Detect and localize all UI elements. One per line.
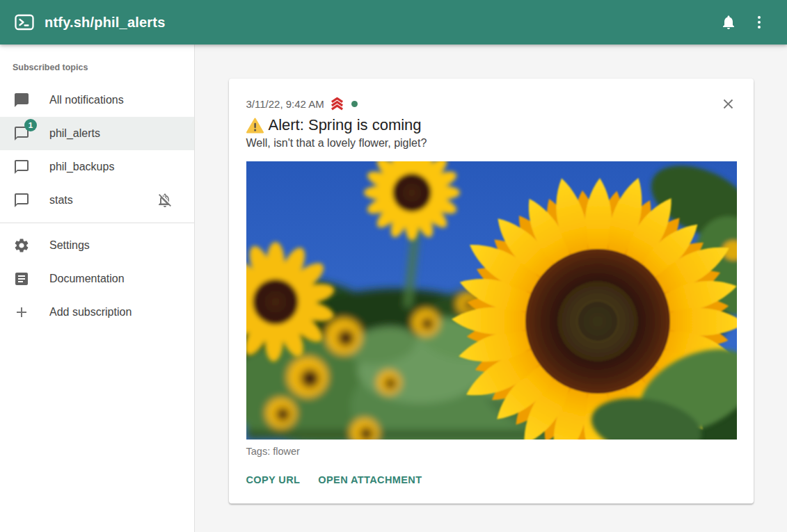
- sidebar-item-label: stats: [49, 194, 73, 207]
- sidebar-item-documentation[interactable]: Documentation: [0, 262, 194, 296]
- sidebar-item-label: Settings: [49, 239, 90, 252]
- sidebar-item-label: All notifications: [49, 94, 124, 106]
- open-attachment-button[interactable]: OPEN ATTACHMENT: [318, 471, 422, 488]
- terminal-window-icon: [14, 12, 35, 33]
- copy-url-button[interactable]: COPY URL: [246, 471, 301, 488]
- sidebar-item-add-subscription[interactable]: Add subscription: [0, 296, 194, 329]
- notifications-bell-icon[interactable]: [713, 7, 744, 38]
- main-area: 3/11/22, 9:42 AM: [195, 45, 787, 532]
- notification-card: 3/11/22, 9:42 AM: [229, 79, 754, 503]
- notifications-off-icon: [157, 192, 173, 209]
- warning-emoji-icon: [246, 118, 264, 134]
- app-bar: ntfy.sh/phil_alerts: [0, 0, 787, 45]
- sidebar-divider: [0, 223, 194, 223]
- page-title: ntfy.sh/phil_alerts: [45, 15, 165, 31]
- notification-meta: 3/11/22, 9:42 AM: [246, 97, 737, 111]
- sidebar-item-stats[interactable]: stats: [0, 184, 194, 217]
- sidebar-item-phil-backups[interactable]: phil_backups: [0, 150, 194, 184]
- sidebar-item-all-notifications[interactable]: All notifications: [0, 83, 194, 117]
- subscribed-topics-label: Subscribed topics: [0, 50, 194, 83]
- timestamp: 3/11/22, 9:42 AM: [246, 98, 324, 110]
- sidebar-item-label: phil_alerts: [49, 127, 100, 140]
- priority-high-chevrons-icon: [329, 97, 345, 111]
- article-icon: [13, 271, 30, 287]
- green-dot: [351, 101, 358, 107]
- notification-body: Well, isn't that a lovely flower, piglet…: [246, 137, 737, 150]
- sidebar-item-phil-alerts[interactable]: 1 phil_alerts: [0, 117, 194, 150]
- chat-bubble-outline-icon: [13, 192, 30, 209]
- close-icon[interactable]: [719, 94, 738, 113]
- notification-title: Alert: Spring is coming: [246, 115, 737, 135]
- attachment-image[interactable]: [246, 161, 737, 440]
- chat-bubble-filled-icon: [13, 92, 30, 108]
- sidebar-item-settings[interactable]: Settings: [0, 229, 194, 262]
- sidebar-item-label: phil_backups: [49, 161, 114, 173]
- plus-icon: [13, 304, 30, 321]
- sidebar: Subscribed topics All notifications 1 ph…: [0, 45, 195, 532]
- gear-icon: [13, 237, 30, 254]
- notification-actions: COPY URL OPEN ATTACHMENT: [246, 471, 737, 488]
- sidebar-item-label: Add subscription: [49, 306, 132, 319]
- overflow-menu-icon[interactable]: [744, 7, 774, 38]
- notification-title-text: Alert: Spring is coming: [269, 115, 422, 135]
- unread-count-badge: 1: [24, 119, 37, 131]
- chat-bubble-outline-icon: [13, 159, 30, 175]
- chat-bubble-outline-icon: 1: [13, 125, 30, 142]
- sidebar-item-label: Documentation: [49, 273, 125, 285]
- tags-label: Tags: flower: [246, 446, 737, 457]
